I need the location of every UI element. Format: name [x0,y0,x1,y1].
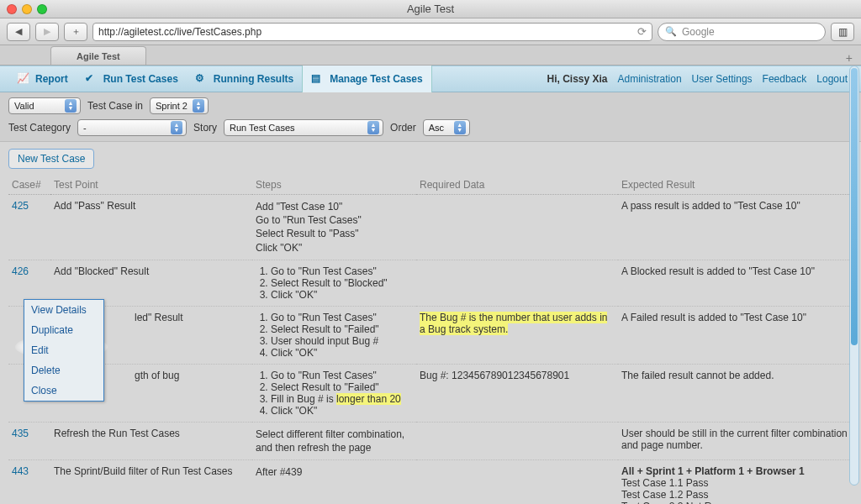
vertical-scrollbar[interactable] [849,66,859,486]
browser-toolbar: ◀ ▶ ＋ http://agiletest.cc/live/TestCases… [0,18,861,45]
menu-view-details[interactable]: View Details [24,300,103,320]
story-select[interactable]: Run Test Cases ▲▼ [224,119,383,136]
link-user-settings[interactable]: User Settings [692,73,753,85]
minimize-window-icon[interactable] [22,4,32,14]
col-case[interactable]: Case# [8,174,50,195]
cell-expected: The failed result cannot be added. [618,364,853,422]
category-select[interactable]: - ▲▼ [77,119,187,136]
table-row[interactable]: 435Refresh the Run Test CasesSelect diff… [8,422,853,459]
window-title: Agile Test [0,3,861,15]
case-link[interactable]: 426 [12,265,29,277]
add-bookmark-button[interactable]: ＋ [64,23,87,41]
select-arrows-icon: ▲▼ [454,121,466,134]
cell-expected: A pass result is added to "Test Case 10" [618,195,853,260]
cell-required-data [416,195,618,260]
filter-label: Test Category [8,122,71,134]
cell-required-data: Bug #: 123456789012345678901 [416,364,618,422]
nav-tab-label: Report [35,73,68,85]
back-button[interactable]: ◀ [7,23,30,41]
link-feedback[interactable]: Feedback [763,73,807,85]
menu-close[interactable]: Close [24,381,103,401]
filter-bar: Valid ▲▼ Test Case in Sprint 2 ▲▼ Test C… [0,92,861,142]
test-cases-table: Case# Test Point Steps Required Data Exp… [8,174,853,504]
new-tab-button[interactable]: + [837,51,861,65]
browser-tab-active[interactable]: Agile Test [50,46,146,65]
cell-case: 425 [8,195,50,260]
filter-label: Order [390,122,416,134]
address-bar[interactable]: http://agiletest.cc/live/TestCases.php ⟳ [92,23,652,41]
nav-tab-manage-test-cases[interactable]: ▤ Manage Test Cases [302,66,432,92]
cell-expected: User should be still in the current filt… [618,422,853,459]
cell-steps: Add "Test Case 10"Go to "Run Test Cases"… [252,195,416,260]
link-logout[interactable]: Logout [816,73,848,85]
cell-required-data [416,260,618,306]
bookmarks-button[interactable]: ▥ [831,23,854,41]
browser-tabstrip: Agile Test + [0,45,861,66]
select-arrows-icon: ▲▼ [367,121,379,134]
nav-tab-report[interactable]: 📈 Report [8,66,77,92]
gear-icon: ⚙ [195,72,209,86]
search-placeholder: Google [682,26,715,38]
select-arrows-icon: ▲▼ [171,121,182,134]
table-row[interactable]: led" ResultGo to "Run Test Cases"Select … [8,306,853,364]
cell-expected: A Blocked result is added to "Test Case … [618,260,853,306]
sprint-select[interactable]: Sprint 2 ▲▼ [150,97,209,114]
case-link[interactable]: 435 [12,428,29,439]
table-row[interactable]: gth of bugGo to "Run Test Cases"Select R… [8,364,853,422]
nav-tab-running-results[interactable]: ⚙ Running Results [187,66,302,92]
table-row[interactable]: 443The Sprint/Build filter of Run Test C… [8,460,853,504]
link-administration[interactable]: Administration [618,73,682,85]
cell-test-point: Refresh the Run Test Cases [50,422,252,459]
checklist-icon: ✔ [85,72,98,86]
table-row[interactable]: 425Add "Pass" ResultAdd "Test Case 10"Go… [8,195,853,260]
menu-edit[interactable]: Edit [24,340,103,360]
col-steps[interactable]: Steps [252,174,416,195]
search-icon: 🔍 [665,26,677,37]
story-value: Run Test Cases [230,123,294,133]
nav-tab-run-test-cases[interactable]: ✔ Run Test Cases [77,66,187,92]
menu-delete[interactable]: Delete [24,360,103,381]
greeting-text: Hi, Cissy Xia [547,73,607,85]
nav-tab-label: Running Results [214,73,293,85]
col-expected[interactable]: Expected Result [618,174,853,195]
status-select[interactable]: Valid ▲▼ [8,97,81,114]
reload-icon[interactable]: ⟳ [637,25,647,38]
context-menu: View Details Duplicate Edit Delete Close [24,299,104,402]
app-nav: 📈 Report ✔ Run Test Cases ⚙ Running Resu… [0,66,861,92]
zoom-window-icon[interactable] [37,4,47,14]
close-window-icon[interactable] [7,4,17,14]
cell-required-data [416,422,618,459]
filter-label: Story [193,122,217,134]
col-required-data[interactable]: Required Data [416,174,618,195]
select-arrows-icon: ▲▼ [65,99,77,113]
cell-case: 435 [8,422,50,459]
cell-steps: Go to "Run Test Cases"Select Result to "… [252,260,416,306]
cell-expected: A Failed result is added to "Test Case 1… [618,306,853,364]
cell-steps: After #439 [252,460,416,504]
browser-tab-label: Agile Test [77,51,120,61]
window-titlebar: Agile Test [0,0,861,18]
content-area: New Test Case Case# Test Point Steps Req… [0,142,861,504]
new-test-case-button[interactable]: New Test Case [8,149,94,169]
cell-test-point: Add "Pass" Result [50,195,252,260]
forward-button[interactable]: ▶ [35,23,59,41]
order-select[interactable]: Asc ▲▼ [423,119,470,136]
chart-icon: 📈 [17,72,30,86]
cell-steps: Go to "Run Test Cases"Select Result to "… [252,306,416,364]
case-link[interactable]: 443 [12,465,29,477]
nav-tab-label: Run Test Cases [103,73,178,85]
cell-test-point: The Sprint/Build filter of Run Test Case… [50,460,252,504]
col-test-point[interactable]: Test Point [50,174,252,195]
menu-duplicate[interactable]: Duplicate [24,320,103,340]
nav-tab-label: Manage Test Cases [330,73,423,85]
scrollbar-thumb[interactable] [851,68,858,345]
select-arrows-icon: ▲▼ [193,99,204,113]
filter-label: Test Case in [87,100,143,112]
status-value: Valid [14,101,34,111]
search-input[interactable]: 🔍 Google [658,23,826,41]
table-row[interactable]: 426Add "Blocked" ResultGo to "Run Test C… [8,260,853,306]
list-icon: ▤ [311,72,325,86]
case-link[interactable]: 425 [12,200,29,212]
order-value: Asc [429,123,444,133]
cell-expected: All + Sprint 1 + Platform 1 + Browser 1T… [618,460,853,504]
